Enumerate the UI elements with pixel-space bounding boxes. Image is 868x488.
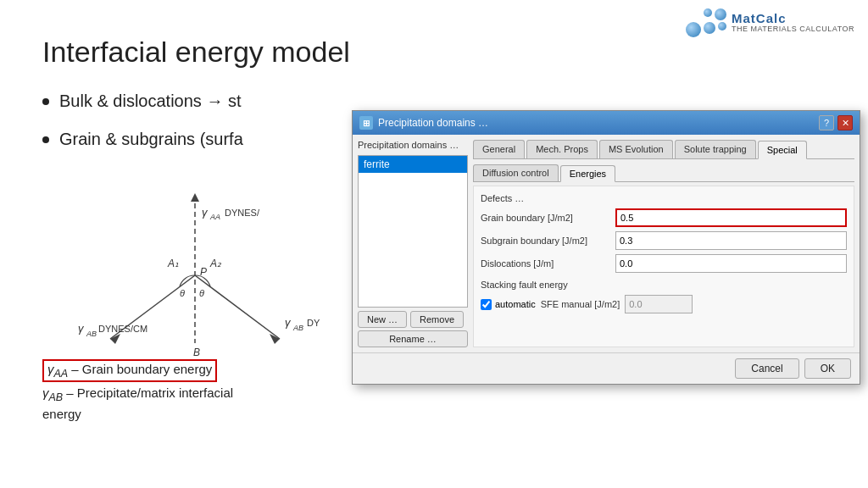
tagline: The Materials Calculator xyxy=(732,25,854,34)
legend-area: γAA – Grain boundary energy γAB – Precip… xyxy=(42,359,233,424)
svg-text:P: P xyxy=(200,266,207,278)
help-button[interactable]: ? xyxy=(819,115,834,130)
gamma-ab-symbol: γAB xyxy=(42,385,63,400)
svg-marker-5 xyxy=(191,193,199,202)
slide-title: Interfacial energy model xyxy=(42,36,350,69)
rename-button[interactable]: Rename … xyxy=(358,330,468,347)
subgrain-boundary-row: Subgrain boundary [J/m2] xyxy=(481,231,847,250)
legend-gamma-aa: γAA – Grain boundary energy xyxy=(42,359,233,382)
sphere-1 xyxy=(704,8,712,17)
logo-spheres xyxy=(686,8,726,37)
subtab-energies[interactable]: Energies xyxy=(560,165,615,182)
sphere-3 xyxy=(686,22,701,37)
grain-boundary-input[interactable] xyxy=(615,208,847,227)
sfe-label: SFE manual [J/m2] xyxy=(541,299,620,309)
svg-text:DYNES/: DYNES/ xyxy=(225,208,260,218)
bullet-text-1: Bulk & dislocations → st xyxy=(59,92,242,111)
logo-text: MatCalc The Materials Calculator xyxy=(732,12,854,34)
dialog-left-panel: Precipitation domains … ferrite New … Re… xyxy=(358,140,468,347)
svg-text:θ: θ xyxy=(199,288,204,298)
gamma-aa-desc: – Grain boundary energy xyxy=(71,362,212,376)
legend-energy-label: energy xyxy=(42,407,233,421)
tab-solute-trapping[interactable]: Solute trapping xyxy=(675,140,756,158)
svg-text:AB: AB xyxy=(86,330,97,338)
main-tabs[interactable]: General Mech. Props MS Evolution Solute … xyxy=(473,140,854,159)
svg-text:A₁: A₁ xyxy=(167,258,179,269)
dialog-body: Precipitation domains … ferrite New … Re… xyxy=(353,135,860,352)
svg-line-2 xyxy=(195,275,280,339)
tab-ms-evolution[interactable]: MS Evolution xyxy=(599,140,673,158)
svg-text:γ: γ xyxy=(285,316,292,329)
titlebar-controls[interactable]: ? ✕ xyxy=(819,115,853,130)
bullet-list: Bulk & dislocations → st Grain & subgrai… xyxy=(42,92,243,168)
tab-general[interactable]: General xyxy=(473,140,525,158)
subgrain-boundary-label: Subgrain boundary [J/m2] xyxy=(481,236,612,246)
dislocations-input[interactable] xyxy=(615,254,847,273)
precipitation-dialog: ⊞ Precipitation domains … ? ✕ Precipitat… xyxy=(352,110,860,385)
brand-name: MatCalc xyxy=(732,12,854,26)
sphere-2 xyxy=(715,8,726,20)
automatic-label: automatic xyxy=(495,299,536,309)
grain-boundary-row: Grain boundary [J/m2] xyxy=(481,208,847,227)
logo-area: MatCalc The Materials Calculator xyxy=(686,8,854,37)
tab-mech-props[interactable]: Mech. Props xyxy=(526,140,598,158)
diagram-area: θ θ P A₁ A₂ B γ AA DYNES/ γ AB DYNES/CM … xyxy=(42,178,373,364)
gamma-aa-highlight: γAA – Grain boundary energy xyxy=(42,359,217,382)
domain-list[interactable]: ferrite xyxy=(358,155,468,308)
svg-text:θ: θ xyxy=(180,288,185,298)
ok-button[interactable]: OK xyxy=(804,358,851,379)
svg-text:A₂: A₂ xyxy=(209,258,222,269)
dialog-title: Precipitation domains … xyxy=(378,117,488,129)
sphere-4 xyxy=(704,22,715,34)
svg-text:AB: AB xyxy=(292,324,303,332)
svg-text:AA: AA xyxy=(209,213,220,221)
automatic-checkbox[interactable] xyxy=(481,299,492,310)
cancel-button[interactable]: Cancel xyxy=(735,358,798,379)
dialog-titlebar: ⊞ Precipitation domains … ? ✕ xyxy=(353,111,860,135)
new-button[interactable]: New … xyxy=(358,311,407,328)
gamma-aa-symbol: γAA xyxy=(47,362,68,376)
legend-gamma-ab: γAB – Precipitate/matrix interfacial xyxy=(42,385,233,403)
stacking-fault-section: Stacking fault energy automatic SFE manu… xyxy=(481,280,847,313)
dislocations-label: Dislocations [J/m] xyxy=(481,258,612,269)
dialog-footer: Cancel OK xyxy=(353,352,860,384)
bullet-dot-1 xyxy=(42,98,49,105)
grain-boundary-label: Grain boundary [J/m2] xyxy=(481,213,612,223)
dialog-right-panel: General Mech. Props MS Evolution Solute … xyxy=(473,140,854,347)
subtab-diffusion-control[interactable]: Diffusion control xyxy=(473,164,559,181)
sub-tabs[interactable]: Diffusion control Energies xyxy=(473,164,854,182)
dialog-icon: ⊞ xyxy=(359,116,373,130)
svg-text:DY: DY xyxy=(307,318,320,328)
bullet-dot-2 xyxy=(42,136,49,143)
sfe-input[interactable] xyxy=(625,295,693,313)
bullet-text-2: Grain & subgrains (surfa xyxy=(59,130,243,149)
subgrain-boundary-input[interactable] xyxy=(615,231,847,250)
svg-text:γ: γ xyxy=(202,206,209,219)
tab-special[interactable]: Special xyxy=(758,141,807,159)
defects-section-label: Defects … xyxy=(481,193,847,203)
svg-text:B: B xyxy=(193,347,200,358)
new-remove-row: New … Remove xyxy=(358,311,468,328)
left-buttons: New … Remove Rename … xyxy=(358,311,468,347)
gamma-ab-desc: – Precipitate/matrix interfacial xyxy=(66,385,233,400)
domain-item-ferrite[interactable]: ferrite xyxy=(359,156,467,173)
bullet-item-2: Grain & subgrains (surfa xyxy=(42,130,243,149)
bullet-item-1: Bulk & dislocations → st xyxy=(42,92,243,111)
left-panel-label: Precipitation domains … xyxy=(358,140,468,150)
stacking-row: automatic SFE manual [J/m2] xyxy=(481,295,847,313)
stacking-section-label: Stacking fault energy xyxy=(481,280,847,290)
svg-text:DYNES/CM: DYNES/CM xyxy=(98,324,147,334)
content-panel: Defects … Grain boundary [J/m2] Subgrain… xyxy=(473,186,854,347)
automatic-checkbox-label[interactable]: automatic xyxy=(481,299,536,310)
close-button[interactable]: ✕ xyxy=(837,115,853,130)
remove-button[interactable]: Remove xyxy=(410,311,464,328)
grain-boundary-diagram: θ θ P A₁ A₂ B γ AA DYNES/ γ AB DYNES/CM … xyxy=(42,178,373,364)
dislocations-row: Dislocations [J/m] xyxy=(481,254,847,273)
sphere-5 xyxy=(718,22,726,30)
titlebar-left: ⊞ Precipitation domains … xyxy=(359,116,488,130)
svg-text:γ: γ xyxy=(78,322,85,335)
